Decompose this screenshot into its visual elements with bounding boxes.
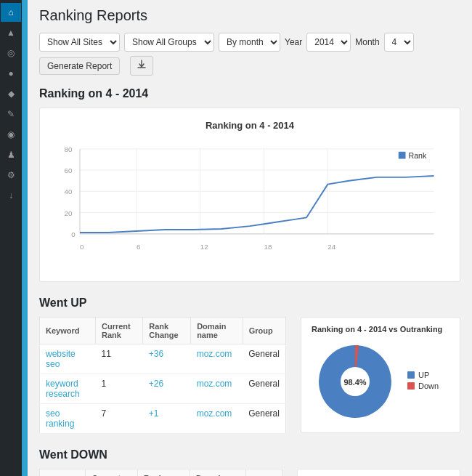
groups-select[interactable]: Show All Groups: [124, 33, 214, 52]
svg-rect-21: [399, 152, 406, 159]
sidebar: ⌂ ▲ ◎ ● ◆ ✎ ◉ ♟ ⚙ ↓: [0, 0, 22, 476]
legend-up-dot: [407, 371, 415, 379]
pie-summary-container: Ranking on 4 - 2014 summary 22.2% 33.3%: [297, 469, 460, 476]
download-button[interactable]: [130, 56, 153, 76]
toolbar: Show All Sites Show All Groups By month …: [39, 33, 460, 76]
legend-down: Down: [407, 382, 439, 390]
page-title: Ranking Reports: [39, 7, 460, 24]
svg-text:60: 60: [65, 166, 73, 174]
col-rank-change-down: Rank Change: [137, 469, 190, 477]
svg-text:Rank: Rank: [408, 151, 427, 160]
col-group-up: Group: [243, 318, 285, 344]
generate-button[interactable]: Generate Report: [39, 57, 120, 75]
legend-down-dot: [407, 382, 415, 390]
svg-text:20: 20: [65, 209, 73, 217]
sidebar-icon-diamond[interactable]: ◆: [1, 84, 21, 103]
by-select[interactable]: By month: [219, 33, 280, 52]
year-label: Year: [285, 37, 302, 47]
svg-text:80: 80: [65, 145, 73, 153]
col-keyword-up: Keyword: [40, 318, 96, 344]
ranking-title: Ranking on 4 - 2014: [39, 87, 460, 100]
svg-text:24: 24: [327, 243, 335, 251]
table-row: keyword research 1 +26 moz.com General: [40, 374, 286, 404]
sites-select[interactable]: Show All Sites: [39, 33, 120, 52]
went-up-section: Went UP Keyword Current Rank Rank Change…: [39, 297, 460, 434]
went-up-layout: Keyword Current Rank Rank Change Domain …: [39, 317, 460, 434]
col-domain-down: Domain name: [190, 469, 245, 477]
main-content: Ranking Reports Show All Sites Show All …: [28, 0, 472, 476]
sidebar-icon-tools[interactable]: ⚙: [1, 166, 21, 185]
went-down-table: Keyword Current Rank Rank Change Domain …: [39, 469, 282, 476]
went-down-table-wrap: Keyword Current Rank Rank Change Domain …: [39, 469, 282, 476]
pie-up-title: Ranking on 4 - 2014 vs Outranking: [312, 325, 449, 334]
sidebar-icon-dot[interactable]: ●: [1, 64, 21, 83]
pie-up-container: Ranking on 4 - 2014 vs Outranking 98.4%: [301, 317, 460, 433]
svg-text:98.4%: 98.4%: [343, 378, 366, 387]
col-domain-up: Domain name: [191, 318, 243, 344]
month-select[interactable]: 4: [384, 33, 414, 52]
went-down-layout: Keyword Current Rank Rank Change Domain …: [39, 469, 460, 476]
svg-text:12: 12: [200, 243, 208, 251]
went-up-title: Went UP: [39, 297, 460, 310]
col-keyword-down: Keyword: [40, 469, 86, 477]
pie-up-wrap: 98.4% UP Down: [312, 338, 449, 425]
col-current-rank-down: Current Rank: [86, 469, 137, 477]
download-icon: [137, 60, 147, 70]
table-row: seo ranking 7 +1 moz.com General: [40, 404, 286, 434]
col-current-rank-up: Current Rank: [96, 318, 143, 344]
went-down-title: Went DOWN: [39, 448, 460, 461]
went-up-table-wrap: Keyword Current Rank Rank Change Domain …: [39, 317, 286, 434]
chart-title: Ranking on 4 - 2014: [52, 120, 448, 131]
pie-up-legend: UP Down: [407, 371, 439, 392]
pie-up-chart: 98.4%: [312, 338, 399, 425]
chart-container: Ranking on 4 - 2014 80 60 40 20 0 0 6 12…: [39, 108, 460, 282]
svg-text:0: 0: [80, 243, 84, 251]
year-select[interactable]: 2014: [306, 33, 351, 52]
svg-text:0: 0: [71, 230, 76, 238]
table-row: website seo 11 +36 moz.com General: [40, 344, 286, 374]
sidebar-icon-edit[interactable]: ✎: [1, 105, 21, 124]
month-label: Month: [355, 37, 379, 47]
sidebar-icon-home[interactable]: ⌂: [1, 3, 21, 22]
col-group-down: Group: [245, 469, 282, 477]
svg-text:18: 18: [264, 243, 272, 251]
svg-text:6: 6: [137, 243, 140, 251]
col-rank-change-up: Rank Change: [143, 318, 191, 344]
svg-text:40: 40: [65, 187, 73, 195]
sidebar-icon-person[interactable]: ♟: [1, 145, 21, 164]
sidebar-icon-up[interactable]: ▲: [1, 23, 21, 42]
sidebar-icon-eye[interactable]: ◉: [1, 125, 21, 144]
went-up-table: Keyword Current Rank Rank Change Domain …: [39, 317, 286, 434]
accent-bar: [22, 0, 28, 476]
legend-up-label: UP: [418, 371, 429, 379]
legend-up: UP: [407, 371, 439, 379]
line-chart: 80 60 40 20 0 0 6 12 18 24: [52, 137, 448, 267]
sidebar-icon-circle[interactable]: ◎: [1, 44, 21, 62]
legend-down-label: Down: [418, 382, 439, 390]
sidebar-icon-arrow[interactable]: ↓: [1, 186, 21, 205]
went-down-section: Went DOWN Keyword Current Rank Rank Chan…: [39, 448, 460, 476]
